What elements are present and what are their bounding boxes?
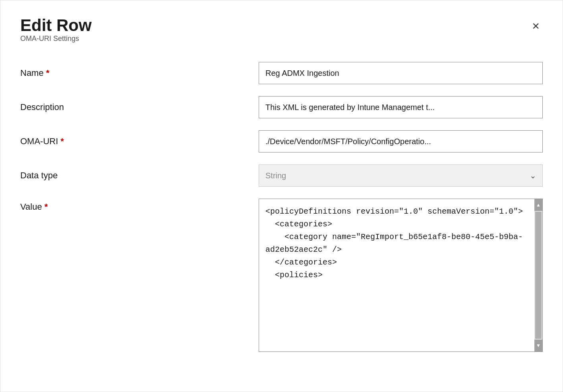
name-input[interactable] — [259, 62, 543, 84]
name-row: Name * — [20, 62, 543, 84]
value-required-star: * — [44, 202, 48, 212]
oma-uri-input[interactable] — [259, 130, 543, 153]
oma-uri-row: OMA-URI * — [20, 130, 543, 153]
name-required-star: * — [46, 68, 50, 78]
data-type-select-wrapper: String ⌄ — [259, 164, 543, 187]
oma-uri-label: OMA-URI * — [20, 136, 259, 147]
value-label: Value * — [20, 199, 259, 212]
description-input[interactable] — [259, 96, 543, 118]
data-type-row: Data type String ⌄ — [20, 164, 543, 187]
name-label: Name * — [20, 68, 259, 78]
textarea-scrollbar: ▲ ▼ — [534, 199, 542, 351]
description-row: Description — [20, 96, 543, 118]
dialog-subtitle: OMA-URI Settings — [20, 35, 92, 43]
close-button[interactable]: × — [529, 18, 543, 34]
data-type-label: Data type — [20, 170, 259, 181]
value-row: Value * <policyDefinitions revision="1.0… — [20, 199, 543, 352]
form-section: Name * Description OMA-URI * Data type — [20, 62, 543, 352]
value-textarea-wrapper: <policyDefinitions revision="1.0" schema… — [259, 199, 543, 352]
dialog-title: Edit Row — [20, 16, 92, 35]
dialog-header: Edit Row OMA-URI Settings × — [20, 16, 543, 59]
oma-uri-required-star: * — [60, 136, 64, 147]
scroll-down-button[interactable]: ▼ — [534, 340, 542, 351]
scroll-thumb — [535, 212, 542, 339]
value-textarea[interactable]: <policyDefinitions revision="1.0" schema… — [259, 199, 542, 350]
data-type-select[interactable]: String — [259, 164, 543, 187]
scroll-up-button[interactable]: ▲ — [534, 199, 542, 211]
edit-row-dialog: Edit Row OMA-URI Settings × Name * Descr… — [0, 0, 563, 392]
description-label: Description — [20, 102, 259, 112]
